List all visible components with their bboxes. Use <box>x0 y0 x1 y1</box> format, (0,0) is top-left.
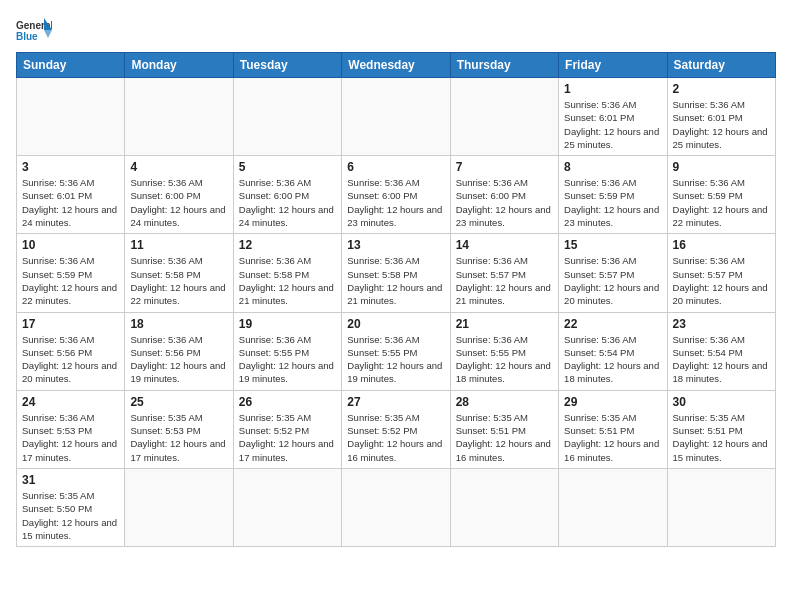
calendar-cell: 30Sunrise: 5:35 AM Sunset: 5:51 PM Dayli… <box>667 390 775 468</box>
day-number: 15 <box>564 238 661 252</box>
calendar-week-6: 31Sunrise: 5:35 AM Sunset: 5:50 PM Dayli… <box>17 468 776 546</box>
weekday-header-thursday: Thursday <box>450 53 558 78</box>
calendar-cell: 14Sunrise: 5:36 AM Sunset: 5:57 PM Dayli… <box>450 234 558 312</box>
calendar-week-2: 3Sunrise: 5:36 AM Sunset: 6:01 PM Daylig… <box>17 156 776 234</box>
weekday-header-sunday: Sunday <box>17 53 125 78</box>
calendar-cell <box>233 468 341 546</box>
calendar-cell: 18Sunrise: 5:36 AM Sunset: 5:56 PM Dayli… <box>125 312 233 390</box>
calendar-cell: 19Sunrise: 5:36 AM Sunset: 5:55 PM Dayli… <box>233 312 341 390</box>
calendar-cell: 3Sunrise: 5:36 AM Sunset: 6:01 PM Daylig… <box>17 156 125 234</box>
day-number: 19 <box>239 317 336 331</box>
calendar-cell: 23Sunrise: 5:36 AM Sunset: 5:54 PM Dayli… <box>667 312 775 390</box>
day-info: Sunrise: 5:36 AM Sunset: 5:55 PM Dayligh… <box>456 333 553 386</box>
calendar-cell: 11Sunrise: 5:36 AM Sunset: 5:58 PM Dayli… <box>125 234 233 312</box>
day-info: Sunrise: 5:36 AM Sunset: 6:01 PM Dayligh… <box>564 98 661 151</box>
day-info: Sunrise: 5:36 AM Sunset: 6:00 PM Dayligh… <box>347 176 444 229</box>
calendar-cell <box>342 468 450 546</box>
day-number: 22 <box>564 317 661 331</box>
day-info: Sunrise: 5:35 AM Sunset: 5:52 PM Dayligh… <box>347 411 444 464</box>
day-number: 6 <box>347 160 444 174</box>
day-info: Sunrise: 5:36 AM Sunset: 5:58 PM Dayligh… <box>130 254 227 307</box>
svg-text:Blue: Blue <box>16 31 38 42</box>
day-number: 30 <box>673 395 770 409</box>
calendar-cell: 10Sunrise: 5:36 AM Sunset: 5:59 PM Dayli… <box>17 234 125 312</box>
day-number: 10 <box>22 238 119 252</box>
day-info: Sunrise: 5:36 AM Sunset: 5:56 PM Dayligh… <box>22 333 119 386</box>
day-number: 31 <box>22 473 119 487</box>
calendar-week-4: 17Sunrise: 5:36 AM Sunset: 5:56 PM Dayli… <box>17 312 776 390</box>
calendar-cell: 2Sunrise: 5:36 AM Sunset: 6:01 PM Daylig… <box>667 78 775 156</box>
day-number: 27 <box>347 395 444 409</box>
weekday-header-friday: Friday <box>559 53 667 78</box>
weekday-header-wednesday: Wednesday <box>342 53 450 78</box>
day-info: Sunrise: 5:35 AM Sunset: 5:53 PM Dayligh… <box>130 411 227 464</box>
weekday-header-monday: Monday <box>125 53 233 78</box>
day-info: Sunrise: 5:36 AM Sunset: 6:00 PM Dayligh… <box>130 176 227 229</box>
logo: General Blue <box>16 16 52 44</box>
day-number: 4 <box>130 160 227 174</box>
calendar-cell: 20Sunrise: 5:36 AM Sunset: 5:55 PM Dayli… <box>342 312 450 390</box>
weekday-header-saturday: Saturday <box>667 53 775 78</box>
day-number: 2 <box>673 82 770 96</box>
calendar-cell: 6Sunrise: 5:36 AM Sunset: 6:00 PM Daylig… <box>342 156 450 234</box>
day-info: Sunrise: 5:36 AM Sunset: 6:01 PM Dayligh… <box>22 176 119 229</box>
day-info: Sunrise: 5:36 AM Sunset: 5:59 PM Dayligh… <box>673 176 770 229</box>
day-number: 11 <box>130 238 227 252</box>
day-number: 29 <box>564 395 661 409</box>
day-info: Sunrise: 5:36 AM Sunset: 5:54 PM Dayligh… <box>673 333 770 386</box>
day-number: 28 <box>456 395 553 409</box>
svg-marker-3 <box>44 30 52 38</box>
day-info: Sunrise: 5:35 AM Sunset: 5:51 PM Dayligh… <box>673 411 770 464</box>
weekday-header-tuesday: Tuesday <box>233 53 341 78</box>
day-info: Sunrise: 5:36 AM Sunset: 5:53 PM Dayligh… <box>22 411 119 464</box>
day-info: Sunrise: 5:36 AM Sunset: 5:55 PM Dayligh… <box>239 333 336 386</box>
calendar-cell: 29Sunrise: 5:35 AM Sunset: 5:51 PM Dayli… <box>559 390 667 468</box>
calendar-cell: 24Sunrise: 5:36 AM Sunset: 5:53 PM Dayli… <box>17 390 125 468</box>
calendar-cell <box>667 468 775 546</box>
day-number: 7 <box>456 160 553 174</box>
calendar-cell <box>450 468 558 546</box>
calendar-cell: 8Sunrise: 5:36 AM Sunset: 5:59 PM Daylig… <box>559 156 667 234</box>
calendar-cell: 25Sunrise: 5:35 AM Sunset: 5:53 PM Dayli… <box>125 390 233 468</box>
calendar-cell: 9Sunrise: 5:36 AM Sunset: 5:59 PM Daylig… <box>667 156 775 234</box>
day-info: Sunrise: 5:36 AM Sunset: 5:57 PM Dayligh… <box>673 254 770 307</box>
title-section <box>52 16 776 18</box>
calendar-cell: 28Sunrise: 5:35 AM Sunset: 5:51 PM Dayli… <box>450 390 558 468</box>
calendar-cell <box>450 78 558 156</box>
calendar-cell: 17Sunrise: 5:36 AM Sunset: 5:56 PM Dayli… <box>17 312 125 390</box>
day-info: Sunrise: 5:36 AM Sunset: 5:59 PM Dayligh… <box>22 254 119 307</box>
calendar-week-3: 10Sunrise: 5:36 AM Sunset: 5:59 PM Dayli… <box>17 234 776 312</box>
day-info: Sunrise: 5:35 AM Sunset: 5:51 PM Dayligh… <box>564 411 661 464</box>
day-number: 8 <box>564 160 661 174</box>
calendar-cell: 31Sunrise: 5:35 AM Sunset: 5:50 PM Dayli… <box>17 468 125 546</box>
day-info: Sunrise: 5:35 AM Sunset: 5:50 PM Dayligh… <box>22 489 119 542</box>
calendar-cell <box>17 78 125 156</box>
day-info: Sunrise: 5:36 AM Sunset: 6:01 PM Dayligh… <box>673 98 770 151</box>
day-info: Sunrise: 5:35 AM Sunset: 5:52 PM Dayligh… <box>239 411 336 464</box>
calendar-cell <box>233 78 341 156</box>
calendar-cell: 13Sunrise: 5:36 AM Sunset: 5:58 PM Dayli… <box>342 234 450 312</box>
day-number: 14 <box>456 238 553 252</box>
day-info: Sunrise: 5:36 AM Sunset: 5:57 PM Dayligh… <box>456 254 553 307</box>
day-number: 26 <box>239 395 336 409</box>
calendar-cell: 12Sunrise: 5:36 AM Sunset: 5:58 PM Dayli… <box>233 234 341 312</box>
calendar-table: SundayMondayTuesdayWednesdayThursdayFrid… <box>16 52 776 547</box>
calendar-cell: 16Sunrise: 5:36 AM Sunset: 5:57 PM Dayli… <box>667 234 775 312</box>
day-info: Sunrise: 5:36 AM Sunset: 5:56 PM Dayligh… <box>130 333 227 386</box>
day-info: Sunrise: 5:36 AM Sunset: 5:58 PM Dayligh… <box>239 254 336 307</box>
calendar-cell <box>125 468 233 546</box>
day-info: Sunrise: 5:36 AM Sunset: 5:57 PM Dayligh… <box>564 254 661 307</box>
calendar-week-1: 1Sunrise: 5:36 AM Sunset: 6:01 PM Daylig… <box>17 78 776 156</box>
day-number: 5 <box>239 160 336 174</box>
calendar-cell <box>342 78 450 156</box>
day-number: 25 <box>130 395 227 409</box>
day-info: Sunrise: 5:36 AM Sunset: 5:58 PM Dayligh… <box>347 254 444 307</box>
day-number: 17 <box>22 317 119 331</box>
day-info: Sunrise: 5:36 AM Sunset: 5:54 PM Dayligh… <box>564 333 661 386</box>
calendar-cell: 4Sunrise: 5:36 AM Sunset: 6:00 PM Daylig… <box>125 156 233 234</box>
calendar-cell: 5Sunrise: 5:36 AM Sunset: 6:00 PM Daylig… <box>233 156 341 234</box>
day-info: Sunrise: 5:35 AM Sunset: 5:51 PM Dayligh… <box>456 411 553 464</box>
calendar-cell: 1Sunrise: 5:36 AM Sunset: 6:01 PM Daylig… <box>559 78 667 156</box>
day-info: Sunrise: 5:36 AM Sunset: 5:55 PM Dayligh… <box>347 333 444 386</box>
day-number: 9 <box>673 160 770 174</box>
